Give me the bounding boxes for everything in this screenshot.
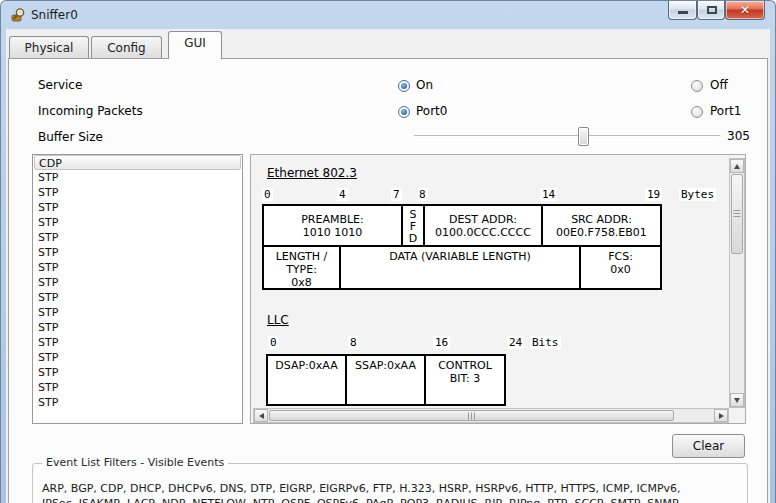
horizontal-scroll-thumb[interactable] (269, 410, 674, 421)
data-cell: DATA (VARIABLE LENGTH) (339, 245, 581, 290)
titlebar[interactable]: Sniffer0 ✕ (1, 1, 775, 29)
eth-scale-14: 14 (540, 188, 557, 201)
horizontal-scrollbar[interactable] (253, 408, 729, 423)
tab-gui[interactable]: GUI (168, 31, 222, 59)
tab-physical[interactable]: Physical (9, 36, 89, 59)
packet-list-item[interactable]: STP (33, 170, 242, 185)
scroll-grip-icon (734, 210, 741, 218)
packet-list-item[interactable]: STP (33, 245, 242, 260)
dest-addr-value: 0100.0CCC.CCCC (435, 226, 531, 239)
window-controls: ✕ (668, 1, 765, 20)
packet-list-item[interactable]: STP (33, 335, 242, 350)
packet-list-item[interactable]: STP (33, 395, 242, 410)
length-type-value: 0x8 (291, 276, 312, 289)
eth-unit-label: Bytes (679, 188, 716, 201)
incoming-port0-radio[interactable] (398, 106, 410, 118)
packet-list-item[interactable]: STP (33, 350, 242, 365)
close-button[interactable]: ✕ (725, 1, 765, 20)
eth-scale-8: 8 (417, 188, 428, 201)
event-filters-line2: IPSec, ISAKMP, LACP, NDP, NETFLOW, NTP, … (42, 497, 679, 503)
packet-list-item[interactable]: STP (33, 365, 242, 380)
packet-list-item[interactable]: STP (33, 215, 242, 230)
close-icon: ✕ (726, 3, 764, 17)
control-label: CONTROL (438, 359, 492, 372)
preamble-cell: PREAMBLE: 1010 1010 (262, 204, 403, 247)
maximize-button[interactable] (697, 1, 725, 20)
packet-list: CDP STP STP STP STP STP STP STP STP STP … (32, 154, 243, 424)
packet-list-item[interactable]: STP (33, 320, 242, 335)
src-addr-value: 00E0.F758.EB01 (556, 226, 647, 239)
fcs-cell: FCS: 0x0 (579, 245, 662, 290)
fcs-label: FCS: (608, 250, 633, 263)
packet-list-item[interactable]: CDP (34, 155, 241, 170)
incoming-port1-label[interactable]: Port1 (710, 104, 741, 118)
scroll-left-icon (259, 413, 264, 419)
packet-list-item[interactable]: STP (33, 290, 242, 305)
ethernet-frame-title: Ethernet 802.3 (267, 166, 357, 180)
eth-scale-7: 7 (391, 188, 402, 201)
packet-detail-panel: Ethernet 802.3 0 4 7 8 14 19 Bytes PREAM… (250, 154, 746, 424)
packet-list-item[interactable]: STP (33, 185, 242, 200)
preamble-value: 1010 1010 (303, 226, 363, 239)
packet-list-item[interactable]: STP (33, 260, 242, 275)
buffer-size-slider-track[interactable] (414, 135, 720, 137)
packet-list-item[interactable]: STP (33, 230, 242, 245)
buffer-size-slider-handle[interactable] (578, 127, 589, 146)
vertical-scroll-thumb[interactable] (731, 174, 743, 254)
service-on-radio[interactable] (398, 80, 410, 92)
packet-list-item[interactable]: STP (33, 275, 242, 290)
event-filters-line1: ARP, BGP, CDP, DHCP, DHCPv6, DNS, DTP, E… (42, 482, 681, 495)
sfd-cell: S F D (401, 204, 425, 247)
llc-unit-label: Bits (530, 336, 561, 349)
scroll-up-icon (734, 164, 740, 169)
clear-button[interactable]: Clear (672, 434, 745, 458)
scroll-right-button[interactable] (714, 409, 728, 422)
minimize-icon (678, 11, 688, 14)
scroll-right-icon (719, 413, 724, 419)
packet-list-item[interactable]: STP (33, 305, 242, 320)
eth-scale-0: 0 (262, 188, 273, 201)
scroll-left-button[interactable] (254, 409, 268, 422)
incoming-port1-radio[interactable] (691, 106, 703, 118)
service-off-label[interactable]: Off (710, 78, 728, 92)
eth-scale-4: 4 (337, 188, 348, 201)
buffer-size-label: Buffer Size (38, 130, 103, 144)
packet-list-item[interactable]: STP (33, 200, 242, 215)
length-type-label2: TYPE: (286, 263, 317, 276)
data-label: DATA (VARIABLE LENGTH) (389, 250, 531, 263)
control-value: BIT: 3 (450, 372, 481, 385)
buffer-size-value: 305 (722, 129, 750, 143)
fcs-value: 0x0 (610, 263, 631, 276)
incoming-port0-label[interactable]: Port0 (416, 104, 447, 118)
llc-scale-16: 16 (433, 336, 450, 349)
length-type-label: LENGTH / (276, 250, 328, 263)
scroll-grip-icon (468, 412, 476, 419)
scroll-up-button[interactable] (730, 159, 744, 173)
service-off-radio[interactable] (691, 80, 703, 92)
service-label: Service (38, 78, 82, 92)
sfd-letter: D (409, 233, 417, 245)
dest-addr-cell: DEST ADDR: 0100.0CCC.CCCC (423, 204, 543, 247)
packet-list-item[interactable]: STP (33, 380, 242, 395)
preamble-label: PREAMBLE: (301, 213, 364, 226)
control-cell: CONTROL BIT: 3 (424, 354, 506, 406)
ssap-cell: SSAP:0xAA (345, 354, 426, 406)
llc-scale-8: 8 (348, 336, 359, 349)
src-addr-label: SRC ADDR: (571, 213, 632, 226)
vertical-scrollbar[interactable] (729, 158, 745, 408)
llc-scale-0: 0 (268, 336, 279, 349)
service-on-label[interactable]: On (416, 78, 433, 92)
dest-addr-label: DEST ADDR: (449, 213, 517, 226)
llc-frame-title: LLC (267, 313, 289, 327)
gui-tab-page: Service Incoming Packets Buffer Size On … (8, 58, 768, 503)
eth-scale-19: 19 (645, 188, 662, 201)
window-title: Sniffer0 (31, 8, 78, 22)
scroll-down-icon (734, 398, 740, 403)
scroll-down-button[interactable] (730, 393, 744, 407)
dsap-value: DSAP:0xAA (275, 359, 337, 372)
tab-config[interactable]: Config (91, 36, 162, 59)
ssap-value: SSAP:0xAA (355, 359, 416, 372)
sniffer-icon (10, 7, 26, 23)
minimize-button[interactable] (668, 1, 697, 20)
maximize-icon (707, 6, 717, 14)
